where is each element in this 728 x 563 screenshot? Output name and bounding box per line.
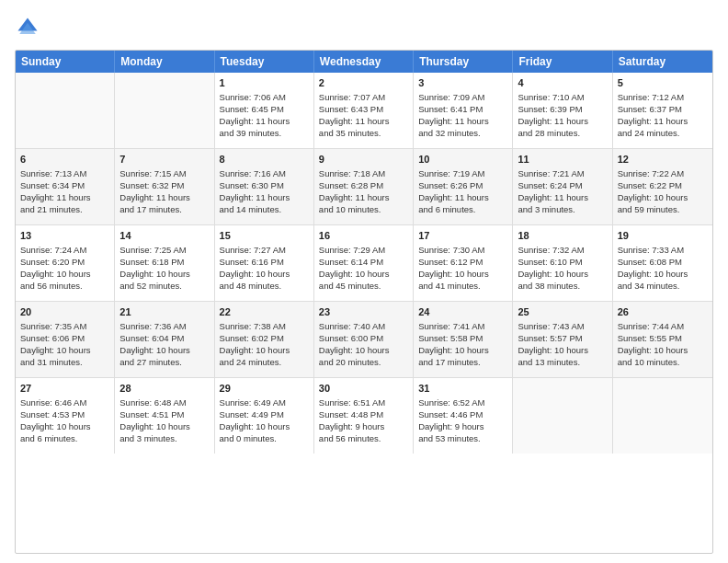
day-number: 14	[119, 229, 209, 243]
cell-info-line: and 27 minutes.	[119, 357, 209, 369]
cell-info-line: and 59 minutes.	[618, 204, 708, 216]
cell-info-line: and 38 minutes.	[518, 281, 607, 293]
cell-info-line: and 21 minutes.	[20, 204, 109, 216]
cell-info-line: Sunset: 6:00 PM	[319, 333, 408, 345]
day-number: 21	[119, 305, 209, 319]
cell-info-line: Sunset: 6:43 PM	[319, 104, 408, 116]
cal-cell: 26Sunrise: 7:44 AMSunset: 5:55 PMDayligh…	[613, 302, 712, 377]
cell-info-line: Sunset: 6:06 PM	[20, 333, 109, 345]
cell-info-line: Sunset: 6:22 PM	[618, 180, 708, 192]
header-day-friday: Friday	[513, 51, 612, 73]
cell-info-line: Sunrise: 7:33 AM	[618, 245, 708, 257]
day-number: 31	[418, 382, 507, 396]
header	[15, 15, 713, 40]
cell-info-line: and 3 minutes.	[518, 204, 607, 216]
cell-info-line: Daylight: 11 hours	[518, 192, 607, 204]
cell-info-line: Sunset: 4:49 PM	[220, 409, 309, 421]
cell-info-line: and 24 minutes.	[220, 357, 309, 369]
cal-cell: 9Sunrise: 7:18 AMSunset: 6:28 PMDaylight…	[314, 149, 414, 224]
cell-info-line: Sunset: 6:04 PM	[119, 333, 209, 345]
cell-info-line: Sunrise: 7:06 AM	[220, 92, 309, 104]
cell-info-line: Sunrise: 7:16 AM	[220, 168, 309, 180]
cell-info-line: Daylight: 11 hours	[418, 116, 507, 128]
cell-info-line: Daylight: 9 hours	[319, 421, 408, 433]
cal-cell: 11Sunrise: 7:21 AMSunset: 6:24 PMDayligh…	[513, 149, 612, 224]
day-number: 16	[319, 229, 408, 243]
cell-info-line: Sunrise: 7:19 AM	[418, 168, 507, 180]
cell-info-line: Daylight: 10 hours	[518, 269, 607, 281]
cal-cell: 28Sunrise: 6:48 AMSunset: 4:51 PMDayligh…	[115, 378, 214, 454]
cal-cell: 8Sunrise: 7:16 AMSunset: 6:30 PMDaylight…	[215, 149, 314, 224]
cell-info-line: Sunset: 4:48 PM	[319, 409, 408, 421]
day-number: 4	[518, 76, 607, 90]
cell-info-line: Sunset: 4:46 PM	[418, 409, 507, 421]
cal-cell: 3Sunrise: 7:09 AMSunset: 6:41 PMDaylight…	[414, 73, 513, 148]
cell-info-line: and 48 minutes.	[220, 281, 309, 293]
cell-info-line: Daylight: 11 hours	[319, 192, 408, 204]
cell-info-line: Sunrise: 6:49 AM	[220, 397, 309, 409]
cell-info-line: Daylight: 11 hours	[220, 116, 309, 128]
cal-cell: 1Sunrise: 7:06 AMSunset: 6:45 PMDaylight…	[215, 73, 314, 148]
cell-info-line: and 0 minutes.	[220, 433, 309, 445]
day-number: 5	[618, 76, 708, 90]
cell-info-line: Sunrise: 7:32 AM	[518, 245, 607, 257]
cal-cell: 25Sunrise: 7:43 AMSunset: 5:57 PMDayligh…	[513, 302, 612, 377]
cell-info-line: Daylight: 11 hours	[119, 192, 209, 204]
cell-info-line: and 31 minutes.	[20, 357, 109, 369]
day-number: 1	[220, 76, 309, 90]
cell-info-line: Sunset: 6:10 PM	[518, 257, 607, 269]
cell-info-line: Daylight: 10 hours	[119, 269, 209, 281]
cal-cell	[513, 378, 612, 454]
day-number: 6	[20, 153, 109, 167]
cal-row-3: 20Sunrise: 7:35 AMSunset: 6:06 PMDayligh…	[16, 301, 712, 377]
cell-info-line: Sunset: 6:30 PM	[220, 180, 309, 192]
cal-cell	[16, 73, 115, 148]
cell-info-line: and 52 minutes.	[119, 281, 209, 293]
cell-info-line: and 10 minutes.	[319, 204, 408, 216]
cell-info-line: Sunset: 6:08 PM	[618, 257, 708, 269]
day-number: 19	[618, 229, 708, 243]
cell-info-line: Sunrise: 7:25 AM	[119, 245, 209, 257]
header-day-thursday: Thursday	[414, 51, 513, 73]
cell-info-line: Sunset: 6:28 PM	[319, 180, 408, 192]
cell-info-line: Sunrise: 7:15 AM	[119, 168, 209, 180]
cell-info-line: Daylight: 11 hours	[518, 116, 607, 128]
cal-cell	[613, 378, 712, 454]
day-number: 20	[20, 305, 109, 319]
cell-info-line: Sunrise: 7:44 AM	[618, 321, 708, 333]
cell-info-line: and 53 minutes.	[418, 433, 507, 445]
cell-info-line: Sunrise: 7:09 AM	[418, 92, 507, 104]
cell-info-line: Daylight: 10 hours	[220, 345, 309, 357]
calendar-body: 1Sunrise: 7:06 AMSunset: 6:45 PMDaylight…	[16, 73, 712, 454]
header-day-tuesday: Tuesday	[215, 51, 314, 73]
day-number: 28	[119, 382, 209, 396]
cal-cell: 23Sunrise: 7:40 AMSunset: 6:00 PMDayligh…	[314, 302, 414, 377]
cell-info-line: Sunset: 5:55 PM	[618, 333, 708, 345]
header-day-monday: Monday	[115, 51, 214, 73]
logo-icon	[15, 15, 40, 40]
cell-info-line: Sunset: 4:51 PM	[119, 409, 209, 421]
cell-info-line: Sunrise: 7:41 AM	[418, 321, 507, 333]
cell-info-line: Sunrise: 7:29 AM	[319, 245, 408, 257]
cal-cell: 19Sunrise: 7:33 AMSunset: 6:08 PMDayligh…	[613, 225, 712, 301]
header-day-saturday: Saturday	[613, 51, 712, 73]
day-number: 27	[20, 382, 109, 396]
cell-info-line: Sunrise: 7:40 AM	[319, 321, 408, 333]
cell-info-line: Sunrise: 6:52 AM	[418, 397, 507, 409]
cell-info-line: and 17 minutes.	[119, 204, 209, 216]
cell-info-line: Sunrise: 7:12 AM	[618, 92, 708, 104]
day-number: 15	[220, 229, 309, 243]
day-number: 17	[418, 229, 507, 243]
cell-info-line: Sunrise: 7:10 AM	[518, 92, 607, 104]
cell-info-line: Daylight: 10 hours	[618, 192, 708, 204]
cell-info-line: Daylight: 10 hours	[220, 421, 309, 433]
day-number: 8	[220, 153, 309, 167]
day-number: 3	[418, 76, 507, 90]
day-number: 25	[518, 305, 607, 319]
cal-cell: 24Sunrise: 7:41 AMSunset: 5:58 PMDayligh…	[414, 302, 513, 377]
cell-info-line: Daylight: 10 hours	[618, 345, 708, 357]
cell-info-line: Sunset: 6:37 PM	[618, 104, 708, 116]
cell-info-line: and 6 minutes.	[20, 433, 109, 445]
cell-info-line: Daylight: 10 hours	[220, 269, 309, 281]
cell-info-line: and 20 minutes.	[319, 357, 408, 369]
